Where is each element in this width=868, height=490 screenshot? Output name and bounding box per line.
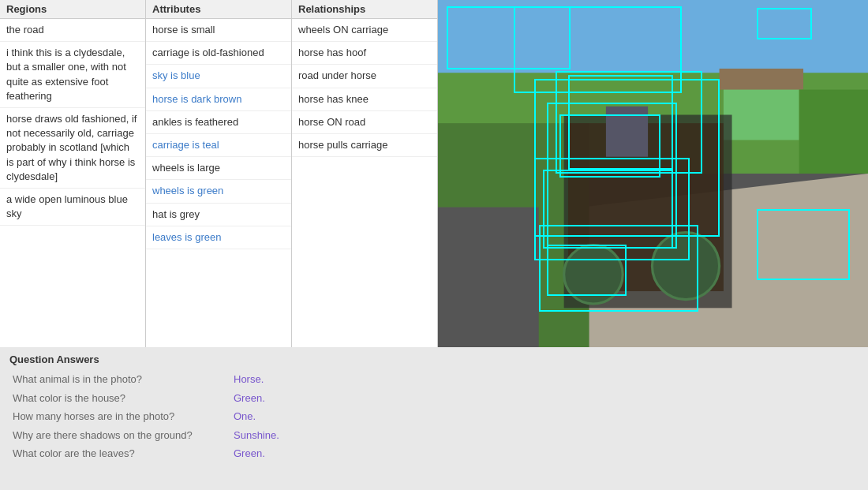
- qa-row: How many horses are in the photo?One.: [9, 407, 859, 426]
- relationships-panel: Relationships wheels ON carriagehorse ha…: [292, 0, 438, 347]
- attributes-header: Attributes: [146, 0, 291, 19]
- region-item[interactable]: the road: [0, 19, 145, 42]
- attributes-panel: Attributes horse is smallcarriage is old…: [146, 0, 292, 347]
- qa-question: What color are the leaves?: [9, 444, 230, 463]
- attribute-item[interactable]: hat is grey: [146, 204, 291, 226]
- attributes-scroll[interactable]: horse is smallcarriage is old-fashioneds…: [146, 19, 291, 347]
- relationship-item[interactable]: horse pulls carriage: [292, 134, 437, 157]
- qa-question: What color is the house?: [9, 389, 230, 408]
- svg-rect-11: [606, 107, 648, 157]
- region-item[interactable]: horse draws old fashioned, if not necess…: [0, 108, 145, 189]
- qa-question: How many horses are in the photo?: [9, 407, 230, 426]
- relationship-item[interactable]: horse has knee: [292, 88, 437, 111]
- attribute-item[interactable]: wheels is large: [146, 157, 291, 180]
- svg-point-9: [564, 245, 623, 304]
- relationship-item[interactable]: horse ON road: [292, 111, 437, 134]
- qa-row: What color are the leaves?Green.: [9, 444, 859, 463]
- qa-answer: Sunshine.: [230, 426, 859, 445]
- attribute-item[interactable]: carriage is old-fashioned: [146, 42, 291, 65]
- relationships-header: Relationships: [292, 0, 437, 19]
- scene-svg: [438, 0, 868, 347]
- region-item[interactable]: a wide open luminous blue sky: [0, 189, 145, 226]
- attribute-item[interactable]: carriage is teal: [146, 134, 291, 157]
- regions-header: Regions: [0, 0, 145, 19]
- attribute-item[interactable]: horse is dark brown: [146, 88, 291, 111]
- top-section: Regions the roadi think this is a clydes…: [0, 0, 868, 347]
- relationship-item[interactable]: horse has hoof: [292, 42, 437, 65]
- qa-section: Question Answers What animal is in the p…: [0, 347, 868, 490]
- qa-answer: Green.: [230, 444, 859, 463]
- attribute-item[interactable]: ankles is feathered: [146, 111, 291, 134]
- regions-panel: Regions the roadi think this is a clydes…: [0, 0, 146, 347]
- attribute-item[interactable]: sky is blue: [146, 65, 291, 88]
- qa-row: What color is the house?Green.: [9, 389, 859, 408]
- qa-row: What animal is in the photo?Horse.: [9, 370, 859, 389]
- image-scene: [438, 0, 868, 347]
- svg-rect-12: [799, 90, 868, 174]
- svg-rect-6: [438, 208, 539, 347]
- relationships-scroll[interactable]: wheels ON carriagehorse has hoofroad und…: [292, 19, 437, 347]
- region-item[interactable]: i think this is a clydesdale, but a smal…: [0, 42, 145, 108]
- qa-title: Question Answers: [9, 353, 859, 365]
- attribute-item[interactable]: leaves is green: [146, 226, 291, 249]
- attribute-item[interactable]: horse is small: [146, 19, 291, 42]
- svg-rect-3: [720, 69, 803, 90]
- qa-table: What animal is in the photo?Horse.What c…: [9, 370, 859, 463]
- image-panel: [438, 0, 868, 347]
- qa-answer: Horse.: [230, 370, 859, 389]
- qa-answer: One.: [230, 407, 859, 426]
- attribute-item[interactable]: wheels is green: [146, 180, 291, 203]
- qa-question: Why are there shadows on the ground?: [9, 426, 230, 445]
- svg-point-10: [652, 233, 719, 300]
- qa-question: What animal is in the photo?: [9, 370, 230, 389]
- relationship-item[interactable]: wheels ON carriage: [292, 19, 437, 42]
- qa-answer: Green.: [230, 389, 859, 408]
- svg-rect-2: [724, 81, 799, 140]
- relationship-item[interactable]: road under horse: [292, 65, 437, 88]
- regions-scroll[interactable]: the roadi think this is a clydesdale, bu…: [0, 19, 145, 347]
- qa-row: Why are there shadows on the ground?Suns…: [9, 426, 859, 445]
